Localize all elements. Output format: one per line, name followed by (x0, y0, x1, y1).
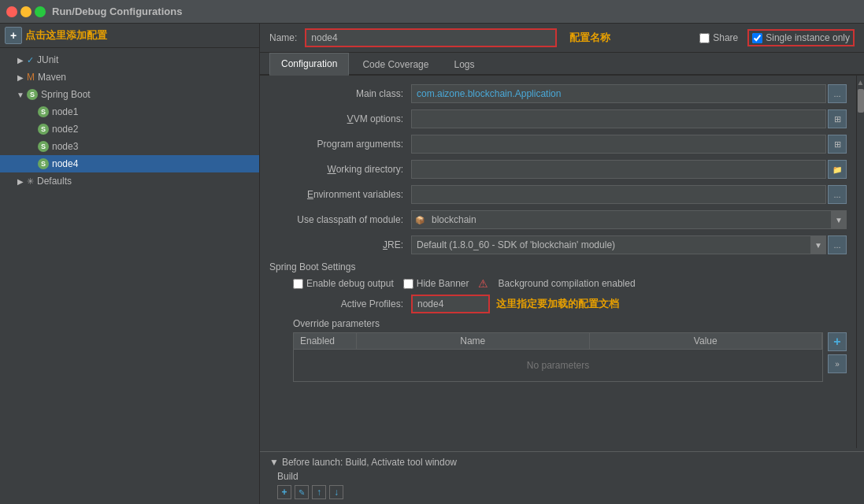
sidebar-item-maven[interactable]: ▶ M Maven (0, 69, 259, 86)
sidebar-item-node4[interactable]: S node4 (0, 155, 259, 172)
right-scrollbar[interactable]: ▲ (856, 76, 864, 448)
share-checkbox[interactable] (699, 33, 710, 43)
node3-icon: S (38, 141, 49, 152)
override-params-title: Override parameters (269, 318, 847, 329)
jre-browse-button[interactable]: ... (828, 235, 847, 254)
share-checkbox-label[interactable]: Share (699, 32, 738, 43)
sidebar-item-springboot[interactable]: ▼ S Spring Boot (0, 86, 259, 103)
node1-icon: S (38, 106, 49, 117)
top-bar: Name: 配置名称 Share Single instance only (260, 24, 864, 53)
sidebar-item-label-maven: Maven (38, 72, 66, 83)
scroll-up-arrow[interactable]: ▲ (857, 78, 864, 87)
env-vars-browse-button[interactable]: ... (828, 185, 847, 204)
right-panel: Name: 配置名称 Share Single instance only (260, 24, 864, 504)
sidebar-item-label-defaults: Defaults (37, 176, 72, 187)
params-table: Enabled Name Value No parameters (293, 332, 823, 382)
single-instance-checkbox[interactable] (752, 33, 762, 43)
close-button[interactable] (6, 6, 17, 17)
before-launch-up-button[interactable]: ↑ (312, 485, 326, 499)
hide-banner-label[interactable]: Hide Banner (403, 278, 469, 289)
table-add-button[interactable]: + (828, 332, 847, 351)
main-class-input[interactable] (411, 84, 826, 103)
spring-boot-settings-label: Spring Boot Settings (269, 261, 847, 272)
warning-icon: ⚠ (478, 277, 488, 290)
active-profiles-input[interactable] (411, 295, 490, 313)
config-name-annotation: 配置名称 (569, 31, 610, 45)
defaults-icon: ✳ (27, 176, 34, 187)
enable-debug-label[interactable]: Enable debug output (293, 278, 394, 289)
before-launch-toolbar: + ✎ ↑ ↓ (269, 485, 855, 499)
add-config-annotation: 点击这里添加配置 (25, 28, 107, 43)
working-dir-row: Working directory: 📁 (269, 159, 847, 180)
working-dir-browse-button[interactable]: 📁 (828, 160, 847, 179)
classpath-dropdown-wrapper: 📦 ▼ (411, 210, 847, 229)
classpath-dropdown-arrow[interactable]: ▼ (831, 210, 847, 229)
vm-options-expand-button[interactable]: ⊞ (828, 109, 847, 128)
program-args-input[interactable] (411, 135, 826, 154)
th-name: Name (357, 333, 590, 349)
sidebar-item-label-springboot: Spring Boot (41, 89, 91, 100)
junit-icon: ✓ (27, 55, 34, 65)
sidebar-item-defaults[interactable]: ▶ ✳ Defaults (0, 172, 259, 190)
tab-configuration[interactable]: Configuration (269, 53, 349, 76)
node2-icon: S (38, 124, 49, 135)
sidebar-item-junit[interactable]: ▶ ✓ JUnit (0, 51, 259, 69)
sidebar-item-label-node2: node2 (52, 124, 78, 135)
jre-dropdown-arrow[interactable]: ▼ (810, 235, 826, 254)
table-more-button[interactable]: » (828, 354, 847, 373)
table-header: Enabled Name Value (294, 333, 822, 350)
spring-boot-settings-row: Enable debug output Hide Banner ⚠ Backgr… (269, 277, 847, 290)
window-controls (6, 6, 46, 17)
before-launch-section: ▼ Before launch: Build, Activate tool wi… (260, 451, 864, 504)
main-content: + 点击这里添加配置 ▶ ✓ JUnit ▶ M Maven ▼ (0, 24, 864, 504)
before-launch-collapse-arrow[interactable]: ▼ (269, 457, 279, 468)
jre-row: JRE: ▼ ... (269, 235, 847, 255)
before-launch-down-button[interactable]: ↓ (329, 485, 343, 499)
main-class-browse-button[interactable]: ... (828, 84, 847, 103)
before-launch-edit-button[interactable]: ✎ (295, 485, 309, 499)
jre-input[interactable] (411, 235, 811, 254)
classpath-input[interactable] (427, 210, 831, 229)
maven-icon: M (27, 72, 35, 83)
sidebar-item-label-node4: node4 (52, 158, 78, 169)
env-vars-row: Environment variables: ... (269, 184, 847, 205)
hide-banner-checkbox[interactable] (403, 279, 413, 289)
sidebar-item-node1[interactable]: S node1 (0, 103, 259, 120)
vm-options-input[interactable] (411, 109, 826, 128)
sidebar-toolbar: + 点击这里添加配置 (0, 24, 259, 48)
env-vars-label: Environment variables: (269, 189, 411, 200)
form-area-outer: Main class: ... VVM options: ⊞ (260, 76, 864, 448)
add-config-button[interactable]: + (5, 27, 22, 44)
tab-logs[interactable]: Logs (442, 54, 486, 76)
vm-options-label: VVM options: (269, 113, 411, 124)
env-vars-input[interactable] (411, 185, 826, 204)
working-dir-input[interactable] (411, 160, 826, 179)
scroll-thumb[interactable] (858, 89, 864, 113)
program-args-expand-button[interactable]: ⊞ (828, 135, 847, 154)
minimize-button[interactable] (20, 6, 32, 17)
active-profiles-label: Active Profiles: (269, 298, 411, 309)
tab-code-coverage[interactable]: Code Coverage (350, 54, 440, 76)
sidebar-item-label-node1: node1 (52, 106, 78, 117)
tabs-bar: Configuration Code Coverage Logs (260, 53, 864, 76)
working-dir-label: Working directory: (269, 164, 411, 175)
sidebar-item-node3[interactable]: S node3 (0, 138, 259, 155)
expand-arrow-maven: ▶ (16, 72, 25, 82)
enable-debug-checkbox[interactable] (293, 279, 303, 289)
before-launch-add-button[interactable]: + (277, 485, 291, 499)
maximize-button[interactable] (35, 6, 46, 17)
name-input-wrapper (305, 28, 557, 47)
share-label: Share (713, 32, 738, 43)
share-area: Share Single instance only (699, 29, 855, 46)
profiles-annotation: 这里指定要加载的配置文档 (496, 297, 619, 311)
sidebar-item-label-junit: JUnit (37, 54, 58, 65)
form-area: Main class: ... VVM options: ⊞ (260, 76, 856, 448)
name-input[interactable] (305, 28, 557, 47)
program-args-label: Program arguments: (269, 139, 411, 150)
right-container: Name: 配置名称 Share Single instance only (260, 24, 864, 504)
program-args-row: Program arguments: ⊞ (269, 134, 847, 154)
profiles-input-wrapper (411, 295, 490, 313)
sidebar-item-node2[interactable]: S node2 (0, 120, 259, 138)
single-instance-box: Single instance only (747, 29, 855, 46)
th-enabled: Enabled (294, 333, 357, 349)
